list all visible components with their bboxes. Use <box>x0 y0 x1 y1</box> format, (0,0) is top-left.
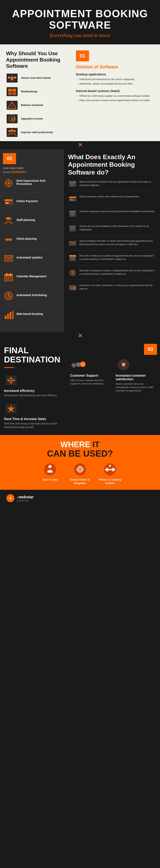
efficiency-icon <box>4 374 18 387</box>
svg-point-42 <box>10 277 11 278</box>
svg-point-106 <box>81 363 82 364</box>
multi-icon <box>6 87 18 97</box>
auto-sched-icon <box>3 290 14 302</box>
attract-icon <box>6 73 18 83</box>
svg-point-41 <box>8 277 9 278</box>
big-what-title: What Does Exactly An Appointment Booking… <box>68 153 156 176</box>
svg-rect-123 <box>108 469 112 470</box>
svg-text:A: A <box>9 496 12 500</box>
where-items: Salon & Spa Dental Clinics & Hospitals <box>6 463 154 485</box>
support-text: Offer 24-hour customer and tech support … <box>70 379 111 385</box>
svg-rect-95 <box>13 380 15 381</box>
svg-point-18 <box>10 129 13 132</box>
final-card-efficiency: Increased efficiency Increase you staff … <box>4 374 63 397</box>
svg-rect-60 <box>69 196 76 198</box>
calendar-icon <box>3 272 14 283</box>
desktop-bullets: Authorized and introduced on the client'… <box>76 78 154 86</box>
svg-point-22 <box>8 182 9 184</box>
footer-logo: A a webstar a better way <box>6 494 34 503</box>
svg-rect-6 <box>12 89 16 92</box>
client-plan-icon <box>3 234 14 245</box>
payment-icon <box>3 196 14 208</box>
svg-point-102 <box>77 364 78 365</box>
header-subtitle: Everything you need to know <box>6 32 154 38</box>
section-where: WHERE IT CAN BE USED? Salon & Spa <box>0 435 160 490</box>
section-02-right: What Does Exactly An Appointment Booking… <box>64 149 160 332</box>
feature-web-booking: Web-based booking <box>3 309 61 324</box>
section-02: 02 what really matter to our customers <box>0 149 160 332</box>
feature-client-plan: Client planning <box>3 234 61 249</box>
footer-logo-icon: A <box>6 494 15 503</box>
svg-rect-120 <box>114 469 115 471</box>
section-03-content: Customer Support Offer 24-hour customer … <box>70 358 157 393</box>
feature-auto-sched: Automated Scheduling <box>3 290 61 305</box>
svg-point-17 <box>8 130 11 132</box>
dental-label: Dental Clinics & Hospitals <box>68 478 92 485</box>
where-title: WHERE IT CAN BE USED? <box>6 440 154 458</box>
svg-rect-50 <box>5 316 6 319</box>
feature-row-5-text: Deal with a holding up rundown of appoin… <box>79 254 156 261</box>
feature-row-5: Deal with a holding up rundown of appoin… <box>68 254 156 265</box>
section-01-badge: 01 <box>76 51 89 61</box>
section-03-badge: 03 <box>144 344 157 355</box>
save-title: Save Time & Increase Sales <box>4 417 63 421</box>
what-label: what really matter <box>3 166 61 169</box>
auto-updates-label: Automated updates <box>17 256 42 259</box>
why-label-upgrades: Upgrades income <box>21 117 43 121</box>
calendar-label: Calendar Management <box>17 275 46 278</box>
feature-row-4-text: Send prompting reminders to clients abou… <box>79 239 156 246</box>
final-title: FINAL DESTINATION <box>4 346 63 364</box>
fitness-label: Fitness & Training Centers <box>98 478 122 485</box>
auto-sched-label: Automated Scheduling <box>17 293 47 297</box>
web-booking-label: Web-based booking <box>17 312 43 315</box>
svg-point-32 <box>7 217 10 220</box>
feature-deal: Deal Supervision And Promotions <box>3 178 61 192</box>
footer: A a webstar a better way <box>0 490 160 507</box>
svg-rect-121 <box>106 468 108 471</box>
svg-rect-122 <box>112 468 114 471</box>
satisfaction-icon <box>116 358 132 372</box>
svg-rect-52 <box>9 312 11 319</box>
feature-row-3-icon <box>68 224 77 232</box>
svg-rect-64 <box>69 211 76 212</box>
desktop-heading: Desktop applications <box>76 72 154 76</box>
svg-point-107 <box>83 363 84 364</box>
feature-row-6-icon <box>68 269 77 277</box>
to-label: to our customers <box>3 170 61 174</box>
feature-row-7-text: Customers can book, reschedule, or follo… <box>79 284 156 291</box>
header-title: APPOINTMENT BOOKING SOFTWARE <box>6 8 154 31</box>
svg-point-124 <box>109 465 111 467</box>
why-title: Why Should You Use Appointment Booking S… <box>6 51 70 69</box>
salon-label: Salon & Spa <box>38 478 62 482</box>
customer-support: Customer Support Offer 24-hour customer … <box>70 358 111 393</box>
web-booking-icon <box>3 309 14 320</box>
svg-rect-29 <box>6 203 9 204</box>
feature-calendar: Calendar Management <box>3 272 61 286</box>
staff-plan-label: Staff planning <box>17 218 35 221</box>
salon-icon <box>43 463 57 476</box>
satisfaction-title: Increased customer satisfaction <box>116 374 157 381</box>
left-features-list: Deal Supervision And Promotions Online P… <box>3 178 61 324</box>
why-section: Why Should You Use Appointment Booking S… <box>6 51 70 141</box>
svg-rect-62 <box>70 200 74 201</box>
feature-staff-plan: Staff planning <box>3 215 61 230</box>
final-card-save: Save Time & Increase Sales Save time and… <box>4 402 63 429</box>
why-label-staff-prod: Improve staff productivity <box>21 131 53 134</box>
feature-row-4: Send prompting reminders to clients abou… <box>68 239 156 250</box>
customer-satisfaction: Increased customer satisfaction Saves cu… <box>116 358 157 393</box>
svg-rect-53 <box>12 311 13 319</box>
feature-row-7-icon <box>68 284 77 292</box>
svg-rect-37 <box>5 274 12 276</box>
feature-row-5-icon <box>68 254 77 262</box>
support-title: Customer Support <box>70 374 111 377</box>
feature-row-3-text: Clients can see the timetables of the co… <box>79 224 156 231</box>
feature-row-2: Oversee employees work hours by checking… <box>68 210 156 221</box>
svg-rect-28 <box>5 199 12 201</box>
svg-point-112 <box>49 465 52 468</box>
why-item-balance: ! Balance workload <box>6 100 70 110</box>
svg-rect-92 <box>10 377 11 379</box>
svg-text:!: ! <box>11 104 12 108</box>
upgrades-icon: $ <box>6 114 18 124</box>
feature-row-6: Deal with a holding up rundown of appoin… <box>68 269 156 280</box>
divider-1: ✕ <box>0 141 160 149</box>
